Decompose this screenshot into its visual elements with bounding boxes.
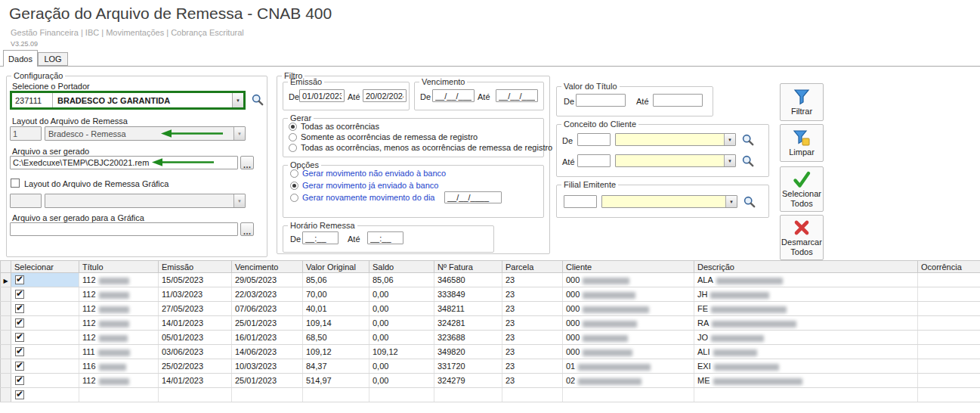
emissao-de-field[interactable]: [299, 89, 345, 102]
cell-vencimento[interactable]: 10/03/2023: [232, 359, 303, 374]
cell-titulo[interactable]: 116: [79, 359, 159, 374]
cell-vencimento[interactable]: 22/03/2023: [232, 287, 303, 302]
row-checkbox[interactable]: [15, 376, 24, 385]
filial-code-field[interactable]: [564, 195, 597, 208]
filial-search-button[interactable]: [742, 195, 756, 209]
filtrar-button[interactable]: Filtrar: [780, 83, 824, 121]
cell-parcela[interactable]: 23: [502, 302, 563, 316]
browse-file-button[interactable]: …: [240, 156, 254, 169]
row-checkbox[interactable]: [15, 362, 24, 371]
grid-row[interactable]: 11211/03/202322/03/202370,000,0033384923…: [1, 287, 980, 302]
cell-titulo[interactable]: 112: [79, 273, 159, 287]
row-checkbox[interactable]: [15, 333, 24, 342]
cell-valor_original[interactable]: 109,14: [303, 316, 369, 331]
cell-n_fatura[interactable]: 333849: [434, 287, 502, 302]
cell-vencimento[interactable]: 25/01/2023: [232, 374, 303, 388]
cell-n_fatura[interactable]: 324279: [434, 374, 502, 388]
row-checkbox[interactable]: [15, 390, 24, 399]
selecionar-cell[interactable]: [11, 331, 79, 345]
cell-descricao[interactable]: ME: [694, 374, 918, 388]
grafica-checkbox[interactable]: [11, 179, 20, 188]
cell-saldo[interactable]: 109,12: [369, 345, 434, 359]
cell-emissao[interactable]: 27/05/2023: [159, 302, 232, 316]
radio-ja-enviado-banco[interactable]: Gerar movimento já enviado à banco: [290, 181, 438, 190]
column-header[interactable]: Nº Fatura: [434, 261, 502, 273]
cell-emissao[interactable]: 11/03/2023: [159, 287, 232, 302]
cell-titulo[interactable]: 111: [79, 345, 159, 359]
chevron-down-icon[interactable]: ▼: [724, 155, 735, 166]
cell-saldo[interactable]: 0,00: [369, 359, 434, 374]
cell-n_fatura[interactable]: 349820: [434, 345, 502, 359]
cell-ocorrencia[interactable]: [918, 302, 980, 316]
grid-row[interactable]: 11214/01/202325/01/2023514,970,003242792…: [1, 374, 980, 388]
column-header[interactable]: Valor Original: [303, 261, 369, 273]
cell-cliente[interactable]: 01: [563, 359, 694, 374]
horario-ate-field[interactable]: [367, 231, 403, 244]
portador-combo[interactable]: 237111 BRADESCO JC GARANTIDA ▼: [10, 91, 246, 110]
desmarcar-todos-button[interactable]: Desmarcar Todos: [780, 215, 824, 260]
cell-saldo[interactable]: 0,00: [369, 331, 434, 345]
cell-cliente[interactable]: 000: [563, 287, 694, 302]
cell-titulo[interactable]: 112: [79, 374, 159, 388]
cell-cliente[interactable]: 000: [563, 302, 694, 316]
cell-valor_original[interactable]: 514,97: [303, 374, 369, 388]
cell-emissao[interactable]: 05/01/2023: [159, 331, 232, 345]
cell-parcela[interactable]: 23: [502, 374, 563, 388]
cell-valor_original[interactable]: 85,06: [303, 273, 369, 287]
cell-valor_original[interactable]: 109,12: [303, 345, 369, 359]
layout-code-field[interactable]: [10, 126, 42, 141]
cell-titulo[interactable]: 112: [79, 316, 159, 331]
selecionar-cell[interactable]: [11, 374, 79, 388]
column-header[interactable]: Saldo: [369, 261, 434, 273]
column-header[interactable]: Ocorrência: [918, 261, 980, 273]
cell-vencimento[interactable]: 29/05/2023: [232, 273, 303, 287]
browse-grafica-button[interactable]: …: [240, 222, 254, 236]
cell-ocorrencia[interactable]: [918, 359, 980, 374]
cell-parcela[interactable]: 23: [502, 273, 563, 287]
cell-cliente[interactable]: 000: [563, 273, 694, 287]
radio-novamente-movimento-dia[interactable]: Gerar novamente movimento do dia: [290, 193, 434, 202]
arquivo-grafica-field[interactable]: [10, 222, 238, 236]
row-checkbox[interactable]: [15, 318, 24, 328]
column-header[interactable]: Cliente: [563, 261, 694, 273]
grid-row[interactable]: 11625/02/202310/03/202384,370,0033172023…: [1, 359, 980, 374]
cell-n_fatura[interactable]: 324281: [434, 316, 502, 331]
cell-descricao[interactable]: JO: [694, 331, 918, 345]
cell-ocorrencia[interactable]: [918, 273, 980, 287]
cell-titulo[interactable]: 112: [79, 331, 159, 345]
cell-cliente[interactable]: 000: [563, 331, 694, 345]
horario-de-field[interactable]: [302, 231, 339, 244]
grid-row[interactable]: 11214/01/202325/01/2023109,140,003242812…: [1, 316, 980, 331]
column-header[interactable]: Título: [79, 261, 159, 273]
cell-ocorrencia[interactable]: [918, 345, 980, 359]
row-checkbox[interactable]: [15, 347, 24, 356]
cell-valor_original[interactable]: 68,50: [303, 331, 369, 345]
selecionar-cell[interactable]: [11, 273, 79, 287]
selecionar-cell[interactable]: [11, 287, 79, 302]
cell-emissao[interactable]: 03/06/2023: [159, 345, 232, 359]
cell-saldo[interactable]: 0,00: [369, 374, 434, 388]
cell-titulo[interactable]: 112: [79, 302, 159, 316]
vencimento-ate-field[interactable]: [496, 89, 538, 102]
selecionar-cell[interactable]: [11, 345, 79, 359]
cell-ocorrencia[interactable]: [918, 374, 980, 388]
cell-n_fatura[interactable]: 323688: [434, 331, 502, 345]
radio-todas-ocorrencias[interactable]: Todas as ocorrências: [289, 122, 379, 131]
cell-descricao[interactable]: FE: [694, 302, 918, 316]
column-header[interactable]: Emissão: [159, 261, 232, 273]
conceito-ate-search-button[interactable]: [740, 154, 754, 168]
cell-parcela[interactable]: 23: [502, 345, 563, 359]
cell-emissao[interactable]: 25/02/2023: [159, 359, 232, 374]
cell-valor_original[interactable]: 70,00: [303, 287, 369, 302]
cell-vencimento[interactable]: 07/06/2023: [232, 302, 303, 316]
cell-parcela[interactable]: 23: [502, 359, 563, 374]
tab-dados[interactable]: Dados: [3, 50, 38, 67]
row-checkbox[interactable]: [15, 290, 24, 299]
radio-somente-remessa-registro[interactable]: Somente as ocorrências de remessa de reg…: [289, 132, 478, 141]
conceito-ate-code-field[interactable]: [577, 154, 611, 167]
conceito-de-code-field[interactable]: [577, 133, 611, 146]
column-header[interactable]: Selecionar: [11, 261, 79, 273]
cell-parcela[interactable]: 23: [502, 287, 563, 302]
portador-search-button[interactable]: [250, 93, 264, 107]
cell-n_fatura[interactable]: 331720: [434, 359, 502, 374]
